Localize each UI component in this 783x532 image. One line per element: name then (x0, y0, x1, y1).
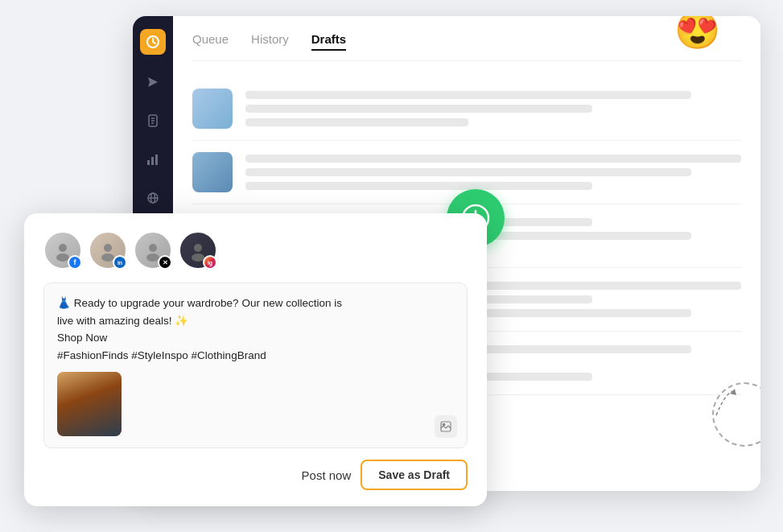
draft-line (245, 91, 691, 99)
tab-queue[interactable]: Queue (192, 32, 229, 51)
avatar-instagram[interactable]: ig (179, 231, 217, 270)
emoji-badge: 😍 (674, 16, 720, 52)
avatar-x[interactable]: ✕ (134, 231, 172, 270)
post-image-thumbnail (57, 372, 122, 436)
instagram-badge: ig (203, 255, 217, 270)
post-now-button[interactable]: Post now (302, 468, 352, 482)
draft-thumbnail (192, 152, 233, 192)
avatar-facebook[interactable]: f (43, 231, 82, 270)
send-icon[interactable] (142, 71, 164, 93)
account-avatars-row: f in ✕ (43, 231, 468, 270)
action-row: Post now Save as Draft (43, 460, 468, 490)
media-icon[interactable] (435, 415, 457, 438)
save-draft-button[interactable]: Save as Draft (361, 460, 468, 490)
draft-line (245, 105, 592, 113)
file-icon[interactable] (142, 109, 164, 132)
analytics-icon[interactable] (142, 148, 164, 171)
x-badge: ✕ (158, 255, 172, 270)
tab-drafts[interactable]: Drafts (311, 32, 346, 51)
compose-card: f in ✕ (24, 213, 487, 506)
draft-line (245, 168, 691, 176)
sidebar-logo[interactable] (140, 29, 166, 55)
post-content-box[interactable]: 👗 Ready to upgrade your wardrobe? Our ne… (43, 282, 468, 448)
tab-history[interactable]: History (251, 32, 289, 51)
svg-rect-7 (155, 155, 158, 165)
draft-line (245, 118, 468, 126)
svg-point-20 (149, 244, 157, 252)
list-item[interactable] (192, 77, 741, 141)
draft-content-lines (245, 155, 741, 190)
facebook-badge: f (68, 255, 82, 270)
svg-rect-6 (151, 157, 154, 165)
tabs-nav: Queue History Drafts (192, 32, 741, 61)
svg-marker-15 (730, 389, 736, 395)
avatar-linkedin[interactable]: in (89, 231, 127, 270)
deco-arrow (712, 387, 736, 423)
draft-line (245, 155, 741, 163)
svg-point-16 (59, 244, 67, 252)
svg-point-18 (104, 244, 112, 252)
linkedin-badge: in (113, 255, 127, 270)
svg-rect-5 (147, 160, 150, 165)
draft-line (245, 182, 592, 190)
post-text: 👗 Ready to upgrade your wardrobe? Our ne… (57, 295, 454, 364)
svg-point-22 (194, 244, 202, 252)
draft-content-lines (245, 91, 741, 126)
draft-thumbnail (192, 89, 233, 129)
globe-icon[interactable] (142, 187, 164, 209)
svg-point-25 (443, 424, 444, 426)
